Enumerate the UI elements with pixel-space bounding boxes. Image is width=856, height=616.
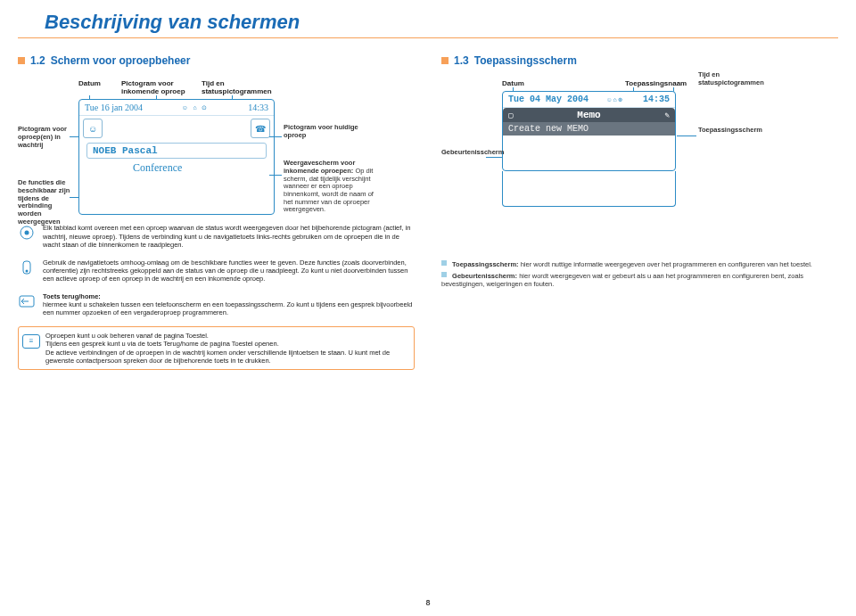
orange-l3: De actieve verbindingen of de oproepen i… xyxy=(45,349,407,365)
create-memo-label: Create new MEMO xyxy=(503,122,675,136)
orange-note: ≡ Oproepen kunt u ook beheren vanaf de p… xyxy=(18,326,415,371)
back-home-icon xyxy=(18,292,36,310)
section-title-right: Toepassingsscherm xyxy=(474,54,577,67)
label-tijd-status-r: Tijd en statuspictogrammen xyxy=(698,71,761,86)
orange-l1: Oproepen kunt u ook beheren vanaf de pag… xyxy=(45,332,407,340)
nav-ud-icon xyxy=(18,259,36,276)
help-p3-title: Toets terug/home: xyxy=(43,292,101,300)
page-title: Beschrijving van schermen xyxy=(18,0,838,38)
label-weergave-desc: Op dit scherm, dat tijdelijk verschijnt … xyxy=(284,167,374,213)
label-weergave-wrap: Weergavescherm voor inkomende oproepen: … xyxy=(284,160,383,213)
phone-screen-right: Tue 04 May 2004 ☺⌂⊙ 14:35 ▢ Memo ✎ Creat… xyxy=(502,91,676,171)
phone-screen-left: Tue 16 jan 2004 ☺ ⌂ ⊙ 14:33 ☺ ☎ NOEB Pas… xyxy=(78,99,275,215)
label-toepassing: Toepassingsnaam xyxy=(625,79,687,87)
section-num-left: 1.2 xyxy=(30,54,45,67)
label-tijd-status: Tijd en statuspictogrammen xyxy=(202,79,273,95)
nav-lr-icon xyxy=(18,224,36,242)
help-p1: Elk tabblad komt overeen met een oproep … xyxy=(43,224,415,249)
memo-body-area xyxy=(502,171,676,207)
label-functies: De functies die beschikbaar zijn tijdens… xyxy=(18,179,75,226)
memo-tab-icon: ▢ xyxy=(508,111,513,120)
label-toepassingsscherm: Toepassingsscherm xyxy=(698,127,761,135)
section-header-left: 1.2 Scherm voor oproepbeheer xyxy=(18,54,415,67)
section-title-left: Scherm voor oproepbeheer xyxy=(51,54,191,67)
tab-queue-icon: ☺ xyxy=(83,119,103,138)
info-p1: hier wordt nuttige informatie weergegeve… xyxy=(521,260,812,268)
section-marker-r xyxy=(441,57,449,64)
section-num-right: 1.3 xyxy=(454,54,469,67)
label-gebeurtenis: Gebeurtenisscherm xyxy=(441,149,498,157)
bullet-icon-2 xyxy=(441,272,447,277)
bullet-icon-1 xyxy=(441,260,447,266)
status-icons-r: ☺⌂⊙ xyxy=(607,96,624,103)
info-p2-title: Gebeurtenisscherm: xyxy=(452,272,517,280)
help-p3-wrap: Toets terug/home: hiermee kunt u schakel… xyxy=(43,292,415,317)
chat-icon: ≡ xyxy=(22,334,40,349)
screen-date-left: Tue 16 jan 2004 xyxy=(85,103,143,112)
help-p3: hiermee kunt u schakelen tussen een tele… xyxy=(43,300,415,317)
section-marker xyxy=(18,57,25,64)
label-wachtrij: Pictogram voor oproep(en) in wachtrij xyxy=(18,126,75,149)
label-pict-incoming: Pictogram voor inkomende oproep xyxy=(121,79,202,95)
top-labels-right: Datum Toepassingsnaam xyxy=(502,79,838,87)
screen-time-right: 14:35 xyxy=(643,94,670,104)
noeb-label: NOEB Pascal xyxy=(86,143,267,159)
svg-point-3 xyxy=(26,269,29,272)
help-p2: Gebruik de navigatietoets omhoog-omlaag … xyxy=(43,259,415,283)
label-weergave-title: Weergavescherm voor inkomende oproepen: xyxy=(284,159,355,175)
label-huidige: Pictogram voor huidige oproep xyxy=(284,124,364,139)
section-header-right: 1.3 Toepassingsscherm xyxy=(441,54,838,67)
memo-edit-icon: ✎ xyxy=(665,111,670,120)
orange-l2: Tijdens een gesprek kunt u via de toets … xyxy=(45,340,407,348)
top-labels-left: Datum Pictogram voor inkomende oproep Ti… xyxy=(78,79,415,95)
svg-point-1 xyxy=(25,231,29,235)
label-datum: Datum xyxy=(78,79,121,95)
label-datum-r: Datum xyxy=(502,79,625,87)
screen-date-right: Tue 04 May 2004 xyxy=(508,94,588,104)
status-icons: ☺ ⌂ ⊙ xyxy=(182,104,210,111)
info-p1-title: Toepassingsscherm: xyxy=(452,260,518,268)
page-number: 8 xyxy=(425,598,430,607)
screen-time-left: 14:33 xyxy=(248,103,268,112)
info-block: Toepassingsscherm: hier wordt nuttige in… xyxy=(441,260,838,288)
conference-label: Conference xyxy=(133,161,267,175)
tab-current-icon: ☎ xyxy=(251,119,270,138)
memo-label: Memo xyxy=(577,110,600,120)
